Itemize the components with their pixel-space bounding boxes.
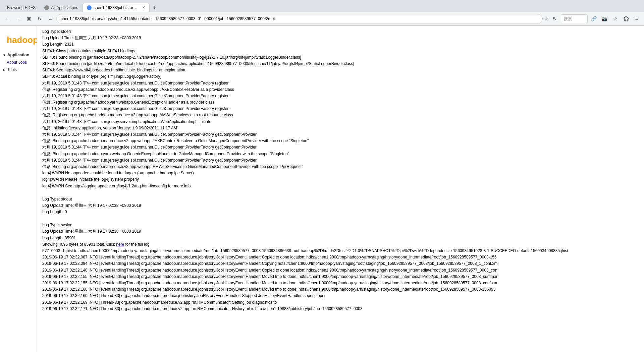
new-tab-button[interactable]: +	[150, 3, 159, 12]
log-type-syslog: Log Type: syslog	[42, 222, 612, 228]
log-type-stderr: Log Type: stderr	[42, 28, 612, 35]
log-line: SLF4J: See http://www.slf4j.org/codes.ht…	[42, 67, 612, 73]
log-length-stdout: Log Length: 0	[42, 209, 612, 215]
search-input[interactable]	[561, 14, 588, 23]
log-line: SLF4J: Actual binding is of type [org.sl…	[42, 73, 612, 80]
log-line: 2019-06-19 17:02:32,148 INFO [eventHandl…	[42, 267, 612, 274]
sidebar: hadoop ▼ Application About Jobs ► Tools	[0, 26, 37, 352]
log-line: 信息: Binding org.apache.hadoop.mapreduce.…	[42, 138, 612, 144]
log-upload-syslog: Log Upload Time: 星期三 六月 19 17:02:38 +080…	[42, 228, 612, 235]
menu-button[interactable]: ≡	[632, 14, 641, 23]
log-line: 信息: Binding org.apache.hadoop.yarn.webap…	[42, 151, 612, 157]
log-line: 六月 19, 2019 5:01:43 下午 com.sun.jersey.gu…	[42, 106, 612, 112]
tab-close-button[interactable]: ✕	[142, 5, 145, 10]
sidebar-application-section: ▼ Application About Jobs	[0, 51, 37, 66]
log-line: 2019-06-19 17:02:32,087 INFO [eventHandl…	[42, 254, 612, 260]
log-line: 577_0003_1.jhist to hdfs://chen1:9000/tm…	[42, 248, 612, 254]
log-line: 六月 19, 2019 5:01:44 下午 com.sun.jersey.gu…	[42, 131, 612, 138]
log-lines-stderr: SLF4J: Class path contains multiple SLF4…	[42, 48, 639, 189]
log-line: 六月 19, 2019 5:01:43 下午 com.sun.jersey.se…	[42, 119, 612, 125]
application-arrow-icon: ▼	[3, 53, 6, 57]
star-icon[interactable]: ☆	[544, 15, 549, 22]
tab-browsing-hdfs[interactable]: Browsing HDFS	[3, 3, 40, 12]
log-line: 信息: Binding org.apache.hadoop.mapreduce.…	[42, 164, 612, 170]
forward-button[interactable]: →	[13, 14, 23, 23]
tab-bar: Browsing HDFS All Applications chen1:198…	[0, 0, 644, 12]
application-label: Application	[7, 53, 29, 57]
log-length-syslog: Log Length: 85901	[42, 235, 612, 241]
log-line: 六月 19, 2019 5:01:44 下午 com.sun.jersey.gu…	[42, 144, 612, 151]
log-type-stdout: Log Type: stdout	[42, 196, 612, 202]
log-upload-stderr: Log Upload Time: 星期三 六月 19 17:02:38 +080…	[42, 35, 612, 41]
sidebar-item-about-jobs[interactable]: About Jobs	[0, 59, 37, 66]
address-bar[interactable]	[56, 14, 543, 23]
page: hadoop ▼ Application About Jobs ► Tools …	[0, 26, 644, 352]
showing-text: Showing 4096 bytes of 85901 total. Click	[42, 242, 115, 247]
log-line: 2019-06-19 17:02:32,155 INFO [eventHandl…	[42, 274, 612, 280]
log-line: log4j:WARN No appenders could be found f…	[42, 170, 612, 176]
hadoop-logo: hadoop	[0, 28, 37, 51]
hadoop-logo-text: hadoop	[7, 35, 37, 45]
tab-icon-jobhistory	[87, 5, 92, 10]
log-line: SLF4J: Found binding in [jar:file:/data/…	[42, 54, 612, 61]
bookmark-button[interactable]: ☆	[610, 14, 620, 23]
extensions-button[interactable]: 🔗	[589, 14, 598, 23]
reload-button[interactable]: ↻	[35, 14, 44, 23]
log-line: 2019-06-19 17:02:32,160 INFO [Thread-83]…	[42, 293, 612, 299]
tab-icon-all-applications	[44, 5, 49, 10]
full-log-link[interactable]: here	[116, 242, 124, 247]
tools-arrow-icon: ►	[3, 68, 6, 72]
home-button[interactable]: ≡	[46, 14, 55, 23]
log-line: 信息: Initiating Jersey application, versi…	[42, 125, 612, 131]
log-length-stderr: Log Length: 2321	[42, 41, 612, 48]
tab-jobhistory[interactable]: chen1:19888/jobhistory/logs/chen1... ✕	[83, 3, 150, 12]
log-line: 2019-06-19 17:02:32,169 INFO [Thread-83]…	[42, 299, 612, 306]
back-button[interactable]: ←	[3, 14, 12, 23]
log-line: SLF4J: Class path contains multiple SLF4…	[42, 48, 612, 54]
log-line: 信息: Registering org.apache.hadoop.yarn.w…	[42, 99, 612, 106]
toolbar: ← → ▣ ↻ ≡ ☆ ↻ 🔗 📷 ☆ 🎧 ≡	[0, 12, 644, 25]
tab-all-applications[interactable]: All Applications	[40, 3, 83, 12]
log-line: 六月 19, 2019 5:01:43 下午 com.sun.jersey.gu…	[42, 93, 612, 99]
sidebar-tools-section[interactable]: ► Tools	[0, 66, 37, 73]
camera-button[interactable]: 📷	[600, 14, 609, 23]
log-line: 六月 19, 2019 5:01:44 下午 com.sun.jersey.gu…	[42, 157, 612, 164]
log-showing-syslog: Showing 4096 bytes of 85901 total. Click…	[42, 241, 612, 248]
log-upload-stdout: Log Upload Time: 星期三 六月 19 17:02:38 +080…	[42, 202, 612, 209]
log-section-stderr: Log Type: stderr Log Upload Time: 星期三 六月…	[42, 28, 639, 189]
browser-chrome: Browsing HDFS All Applications chen1:198…	[0, 0, 644, 26]
refresh-button[interactable]: ↻	[550, 14, 559, 23]
tools-label: Tools	[7, 67, 17, 72]
log-line: 2019-06-19 17:02:32,155 INFO [eventHandl…	[42, 280, 612, 286]
log-section-stdout: Log Type: stdout Log Upload Time: 星期三 六月…	[42, 196, 639, 216]
headphones-button[interactable]: 🎧	[621, 14, 631, 23]
log-line: 2019-06-19 17:02:32,160 INFO [eventHandl…	[42, 286, 612, 293]
log-line: SLF4J: Found binding in [jar:file:/data/…	[42, 61, 612, 67]
sidebar-application-header[interactable]: ▼ Application	[0, 51, 37, 59]
log-line: 信息: Registering org.apache.hadoop.mapred…	[42, 112, 612, 118]
main-content: Log Type: stderr Log Upload Time: 星期三 六月…	[37, 26, 644, 352]
log-line: 2019-06-19 17:02:32,171 INFO [Thread-83]…	[42, 306, 612, 312]
log-line: log4j:WARN See http://logging.apache.org…	[42, 183, 612, 189]
log-section-syslog: Log Type: syslog Log Upload Time: 星期三 六月…	[42, 222, 639, 312]
log-line: log4j:WARN Please initialize the log4j s…	[42, 176, 612, 183]
log-lines-syslog: 577_0003_1.jhist to hdfs://chen1:9000/tm…	[42, 248, 639, 312]
showing-suffix: for the full log.	[125, 242, 151, 247]
log-line: 信息: Registering org.apache.hadoop.mapred…	[42, 86, 612, 93]
log-line: 2019-06-19 17:02:32,094 INFO [eventHandl…	[42, 260, 612, 267]
log-line: 六月 19, 2019 5:01:43 下午 com.sun.jersey.gu…	[42, 80, 612, 86]
tab-overview-button[interactable]: ▣	[24, 14, 34, 23]
